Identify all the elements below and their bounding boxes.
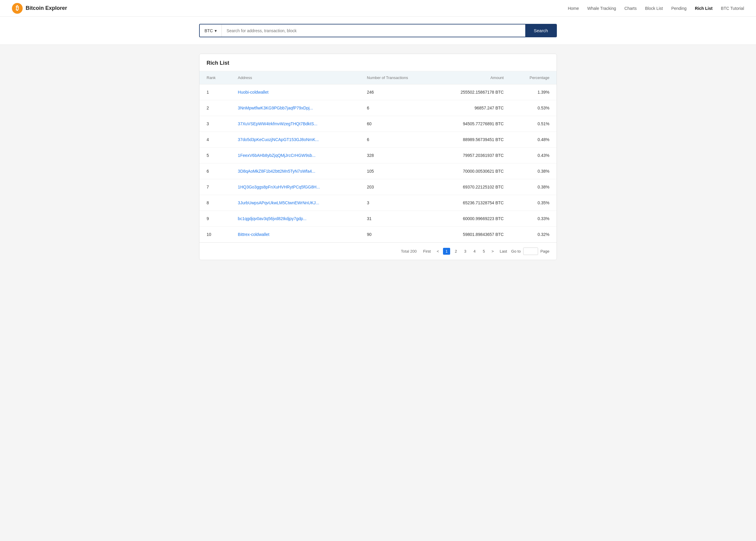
cell-address: 1FeexV6bAHb8ybZjqQMjJrcCrHGW9sb... [231, 148, 360, 164]
cell-amount: 59801.89843657 BTC [434, 227, 511, 243]
page-5[interactable]: 5 [480, 248, 487, 255]
cell-address: bc1qgdjqv0av3q56jvd82tkdjpy7gdp... [231, 211, 360, 227]
table-row: 8 3JurbUwpsAPqvUkwLM5CtwnEWrNnUKJ... 3 6… [199, 195, 557, 211]
table-row: 6 3D8qAoMkZ8F1b42btt2Mn5TyN7sWfa4... 105… [199, 164, 557, 179]
svg-text:₿: ₿ [16, 5, 19, 11]
cell-percentage: 0.32% [511, 227, 557, 243]
cell-rank: 7 [199, 179, 231, 195]
pagination: Total 200 First < 1 2 3 4 5 > Last Go to… [199, 243, 557, 260]
cell-address: Bittrex-coldwallet [231, 227, 360, 243]
col-rank: Rank [199, 71, 231, 84]
cell-address: 3D8qAoMkZ8F1b42btt2Mn5TyN7sWfa4... [231, 164, 360, 179]
table-row: 2 3NnMpwtfiwK3KG9PGbb7jaqfP79xDpj... 6 9… [199, 100, 557, 116]
nav-btc-tutorial[interactable]: BTC Tutorial [721, 6, 744, 11]
cell-address: Huobi-coldwallet [231, 84, 360, 100]
nav-whale-tracking[interactable]: Whale Tracking [587, 6, 616, 11]
cell-percentage: 0.35% [511, 195, 557, 211]
nav-rich-list[interactable]: Rich List [695, 6, 712, 11]
table-row: 1 Huobi-coldwallet 246 255502.15867178 B… [199, 84, 557, 100]
goto-label: Go to [511, 249, 521, 254]
table-row: 7 1HQ3Go3ggs8pFnXuHVHRytPCq5fGG8H... 203… [199, 179, 557, 195]
address-link[interactable]: 37XuVSEpWW4trkfmvWzegTHQt7BdktS... [238, 121, 318, 126]
navbar: ₿ Bitcoin Explorer Home Whale Tracking C… [0, 0, 756, 17]
cell-txns: 246 [360, 84, 434, 100]
nav-pending[interactable]: Pending [671, 6, 686, 11]
cell-txns: 31 [360, 211, 434, 227]
search-input[interactable] [222, 24, 525, 37]
cell-address: 37do5d3pKeCuozjNCApGT153GJ8oNmK... [231, 132, 360, 148]
page-3[interactable]: 3 [462, 248, 469, 255]
cell-percentage: 0.38% [511, 179, 557, 195]
cell-percentage: 0.43% [511, 148, 557, 164]
bitcoin-icon: ₿ [12, 3, 23, 14]
address-link[interactable]: Huobi-coldwallet [238, 90, 269, 95]
cell-amount: 69370.22125102 BTC [434, 179, 511, 195]
cell-amount: 65236.71328754 BTC [434, 195, 511, 211]
cell-address: 37XuVSEpWW4trkfmvWzegTHQt7BdktS... [231, 116, 360, 132]
table-row: 3 37XuVSEpWW4trkfmvWzegTHQt7BdktS... 60 … [199, 116, 557, 132]
table-body: 1 Huobi-coldwallet 246 255502.15867178 B… [199, 84, 557, 243]
cell-txns: 203 [360, 179, 434, 195]
cell-rank: 10 [199, 227, 231, 243]
first-page-button[interactable]: First [421, 248, 432, 255]
total-label: Total 200 [401, 249, 417, 254]
next-page-button[interactable]: > [490, 248, 496, 255]
table-row: 10 Bittrex-coldwallet 90 59801.89843657 … [199, 227, 557, 243]
currency-dropdown[interactable]: BTC ▾ [200, 24, 222, 37]
table-row: 5 1FeexV6bAHb8ybZjqQMjJrcCrHGW9sb... 328… [199, 148, 557, 164]
cell-txns: 60 [360, 116, 434, 132]
page-label: Page [541, 249, 549, 254]
address-link[interactable]: 37do5d3pKeCuozjNCApGT153GJ8oNmK... [238, 137, 319, 142]
address-link[interactable]: 1HQ3Go3ggs8pFnXuHVHRytPCq5fGG8H... [238, 185, 320, 189]
cell-amount: 94505.77276891 BTC [434, 116, 511, 132]
cell-rank: 2 [199, 100, 231, 116]
card-header: Rich List [199, 54, 557, 71]
nav-charts[interactable]: Charts [625, 6, 637, 11]
nav-home[interactable]: Home [568, 6, 579, 11]
search-section: BTC ▾ Search [0, 17, 756, 45]
cell-percentage: 0.51% [511, 116, 557, 132]
brand-logo[interactable]: ₿ Bitcoin Explorer [12, 3, 67, 14]
cell-amount: 88989.56739451 BTC [434, 132, 511, 148]
goto-input[interactable] [523, 248, 538, 255]
address-link[interactable]: bc1qgdjqv0av3q56jvd82tkdjpy7gdp... [238, 216, 307, 221]
rich-list-card: Rich List Rank Address Number of Transac… [199, 54, 557, 260]
page-2[interactable]: 2 [452, 248, 459, 255]
cell-rank: 8 [199, 195, 231, 211]
page-1[interactable]: 1 [443, 248, 450, 255]
cell-rank: 1 [199, 84, 231, 100]
cell-amount: 255502.15867178 BTC [434, 84, 511, 100]
cell-rank: 6 [199, 164, 231, 179]
dropdown-arrow-icon: ▾ [215, 28, 217, 33]
cell-txns: 6 [360, 100, 434, 116]
cell-percentage: 0.38% [511, 164, 557, 179]
address-link[interactable]: 3D8qAoMkZ8F1b42btt2Mn5TyN7sWfa4... [238, 169, 315, 174]
cell-address: 1HQ3Go3ggs8pFnXuHVHRytPCq5fGG8H... [231, 179, 360, 195]
col-address: Address [231, 71, 360, 84]
address-link[interactable]: 3NnMpwtfiwK3KG9PGbb7jaqfP79xDpj... [238, 106, 313, 110]
cell-txns: 328 [360, 148, 434, 164]
cell-amount: 96857.247 BTC [434, 100, 511, 116]
prev-page-button[interactable]: < [435, 248, 441, 255]
address-link[interactable]: 3JurbUwpsAPqvUkwLM5CtwnEWrNnUKJ... [238, 201, 319, 205]
col-amount: Amount [434, 71, 511, 84]
cell-rank: 3 [199, 116, 231, 132]
page-4[interactable]: 4 [471, 248, 478, 255]
nav-block-list[interactable]: Block List [645, 6, 663, 11]
cell-amount: 70000.00530621 BTC [434, 164, 511, 179]
last-page-button[interactable]: Last [498, 248, 509, 255]
cell-rank: 9 [199, 211, 231, 227]
cell-rank: 4 [199, 132, 231, 148]
main-content: Rich List Rank Address Number of Transac… [193, 54, 563, 260]
currency-label: BTC [204, 28, 213, 33]
cell-amount: 60000.99669223 BTC [434, 211, 511, 227]
cell-txns: 90 [360, 227, 434, 243]
col-percentage: Percentage [511, 71, 557, 84]
cell-percentage: 1.39% [511, 84, 557, 100]
cell-address: 3JurbUwpsAPqvUkwLM5CtwnEWrNnUKJ... [231, 195, 360, 211]
address-link[interactable]: Bittrex-coldwallet [238, 232, 270, 237]
address-link[interactable]: 1FeexV6bAHb8ybZjqQMjJrcCrHGW9sb... [238, 153, 316, 158]
brand-name: Bitcoin Explorer [26, 5, 67, 11]
cell-percentage: 0.48% [511, 132, 557, 148]
search-button[interactable]: Search [525, 24, 556, 37]
